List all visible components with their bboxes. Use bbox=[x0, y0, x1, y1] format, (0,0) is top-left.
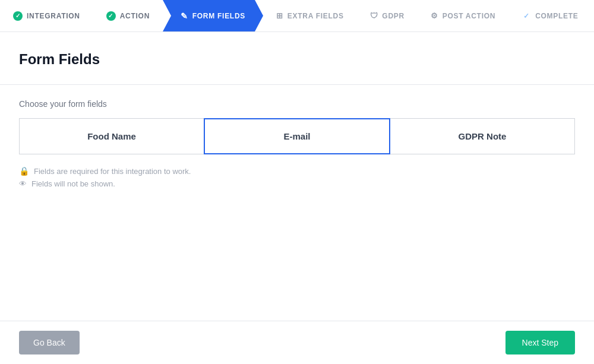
choose-label: Choose your form fields bbox=[19, 99, 575, 109]
wizard-step-extra-fields-label: EXTRA FIELDS bbox=[287, 12, 344, 20]
wizard-step-complete[interactable]: COMPLETE bbox=[508, 0, 591, 31]
wizard-nav: INTEGRATION ACTION ✎ FORM FIELDS ⊞ EXTRA… bbox=[0, 0, 594, 32]
wizard-step-form-fields-label: FORM FIELDS bbox=[192, 12, 245, 20]
wizard-step-action[interactable]: ACTION bbox=[93, 0, 163, 31]
hint-hidden-text: Fields will not be shown. bbox=[31, 179, 115, 188]
field-card-email[interactable]: E-mail bbox=[204, 118, 390, 154]
section-divider bbox=[0, 84, 594, 85]
extra-fields-table-icon: ⊞ bbox=[276, 11, 283, 20]
field-cards: Food Name E-mail GDPR Note bbox=[19, 118, 575, 154]
hint-required-text: Fields are required for this integration… bbox=[34, 167, 191, 176]
wizard-step-integration[interactable]: INTEGRATION bbox=[0, 0, 93, 31]
wizard-step-integration-label: INTEGRATION bbox=[27, 12, 80, 20]
footer: Go Back Next Step bbox=[0, 321, 594, 364]
next-step-button[interactable]: Next Step bbox=[505, 331, 575, 354]
field-card-food-name[interactable]: Food Name bbox=[19, 118, 204, 154]
action-check-icon bbox=[106, 11, 116, 21]
integration-check-icon bbox=[13, 11, 23, 21]
wizard-step-post-action[interactable]: ⚙ POST ACTION bbox=[418, 0, 508, 31]
required-lock-icon: 🔒 bbox=[19, 166, 29, 176]
post-action-settings-icon: ⚙ bbox=[431, 11, 438, 20]
hidden-eye-icon: 👁 bbox=[19, 179, 27, 188]
wizard-step-form-fields[interactable]: ✎ FORM FIELDS bbox=[163, 0, 263, 31]
wizard-step-gdpr[interactable]: 🛡 GDPR bbox=[357, 0, 418, 31]
wizard-step-action-label: ACTION bbox=[120, 12, 150, 20]
go-back-button[interactable]: Go Back bbox=[19, 331, 80, 354]
wizard-step-gdpr-label: GDPR bbox=[382, 12, 405, 20]
field-gdpr-note-label: GDPR Note bbox=[459, 131, 507, 141]
wizard-step-complete-label: COMPLETE bbox=[535, 12, 578, 20]
wizard-step-extra-fields[interactable]: ⊞ EXTRA FIELDS bbox=[263, 0, 357, 31]
gdpr-shield-icon: 🛡 bbox=[370, 11, 378, 20]
hint-required: 🔒 Fields are required for this integrati… bbox=[19, 166, 575, 176]
form-fields-edit-icon: ✎ bbox=[181, 11, 188, 21]
field-email-label: E-mail bbox=[283, 131, 310, 141]
main-content: Form Fields Choose your form fields Food… bbox=[0, 32, 594, 321]
field-card-gdpr-note[interactable]: GDPR Note bbox=[390, 118, 575, 154]
complete-check-icon bbox=[522, 11, 531, 21]
wizard-step-post-action-label: POST ACTION bbox=[443, 12, 495, 20]
page-title: Form Fields bbox=[19, 51, 575, 68]
field-food-name-label: Food Name bbox=[87, 131, 136, 141]
hint-hidden: 👁 Fields will not be shown. bbox=[19, 179, 575, 188]
